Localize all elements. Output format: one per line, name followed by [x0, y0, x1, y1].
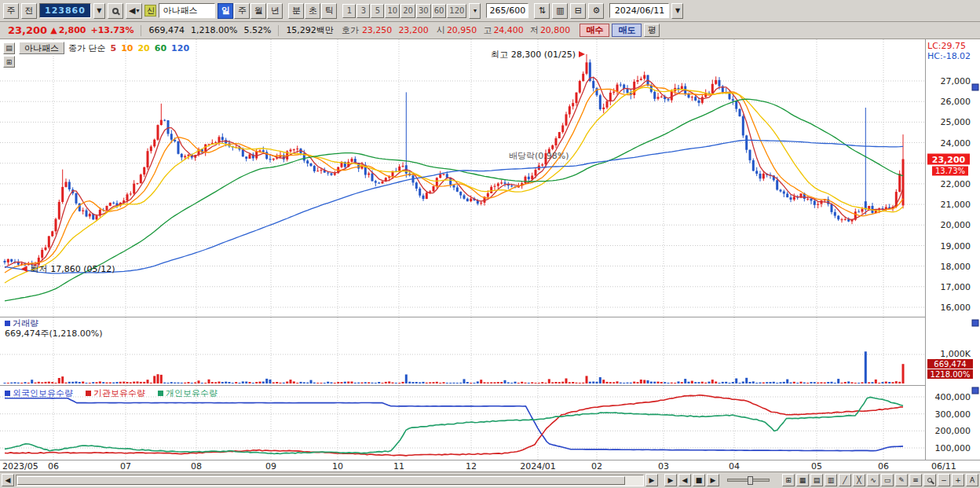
minute-option-20[interactable]: 20	[400, 4, 415, 18]
svg-text:22,000: 22,000	[941, 179, 971, 189]
volume-legend-icon	[5, 321, 10, 326]
current-price: 23,200	[8, 24, 47, 36]
scrollbar-thumb[interactable]	[17, 476, 625, 485]
code-dropdown-button[interactable]: ▼	[93, 3, 105, 19]
minute-option-3[interactable]: 3	[357, 4, 370, 18]
period-tab-month[interactable]: 월	[250, 3, 266, 19]
legend-square-icon	[158, 391, 163, 396]
volume-ratio: 1,218.00%	[191, 25, 237, 35]
change-arrow-icon: ▲	[50, 25, 57, 35]
ma20-label: 20	[137, 43, 149, 53]
period-tab-year[interactable]: 년	[267, 3, 283, 19]
main-toolbar: 주 전 123860 ▼ ◀▾ 신 아나패스 일주월년 분초틱 13510203…	[0, 0, 980, 22]
minute-tabs: 13510203060120	[342, 4, 466, 18]
ask-price: 23,250	[362, 25, 393, 35]
minute-option-60[interactable]: 60	[432, 4, 447, 18]
bar-style-icon[interactable]: ▥	[825, 474, 837, 486]
svg-text:10: 10	[332, 461, 343, 471]
hc-value: HC:-18.02	[927, 51, 971, 61]
svg-text:669,474: 669,474	[934, 360, 966, 369]
chart-step-forward-button[interactable]: ▶	[707, 474, 719, 486]
chart-step-back-button[interactable]: ◀	[678, 474, 691, 486]
chart-menu-icon[interactable]: ▤	[3, 42, 15, 54]
chart-stop-button[interactable]: ■	[693, 474, 705, 486]
auto-scale-button[interactable]: A	[966, 474, 978, 486]
chart-tool-button[interactable]: ⊞	[3, 56, 15, 68]
avg-button[interactable]: 평	[644, 24, 660, 37]
prev-stock-button[interactable]: ◀▾	[126, 3, 142, 19]
date-dropdown-button[interactable]: ▼	[671, 3, 683, 19]
search-button[interactable]	[108, 3, 123, 19]
chart-play-button[interactable]: ▶	[664, 474, 677, 486]
turnover-ratio: 5.52%	[243, 25, 271, 35]
buy-button[interactable]: 매수	[580, 24, 609, 37]
volume-title: 거래량	[13, 318, 38, 328]
updown-arrows-button[interactable]: ⇅	[534, 3, 550, 19]
period-tab-day[interactable]: 일	[218, 3, 233, 19]
minute-option-5[interactable]: 5	[371, 4, 384, 18]
chart-tool-buttons: ⊞▦▤▥╱╳∿▭✎≡	[782, 474, 922, 486]
window-split-button[interactable]: ⊟	[570, 3, 586, 19]
zoom-slider[interactable]	[727, 479, 770, 482]
low-price: 20,800	[540, 25, 571, 35]
holdings-legend-item-1: 기관보유수량	[86, 387, 145, 399]
chart-style-button[interactable]: ▥	[552, 3, 568, 19]
svg-text:배당락(0.98%): 배당락(0.98%)	[509, 151, 569, 161]
open-label: 시	[437, 24, 445, 36]
zoom-search-button[interactable]	[923, 474, 936, 486]
cross-tool-icon[interactable]: ╳	[853, 474, 865, 486]
sell-button[interactable]: 매도	[612, 24, 642, 37]
list-tool-icon[interactable]: ≡	[909, 474, 922, 486]
volume-header: 거래량 669,474주(1,218.00%)	[5, 318, 103, 339]
zoom-in-button[interactable]: +	[952, 474, 964, 486]
period-tab-week[interactable]: 주	[234, 3, 250, 19]
low-label: 저	[530, 24, 539, 36]
ma5-label: 5	[111, 43, 117, 53]
area-style-icon[interactable]: ▤	[810, 474, 823, 486]
svg-text:24,000: 24,000	[941, 138, 971, 149]
chart-canvas[interactable]: 27,00026,00025,00024,00022,00021,00020,0…	[0, 39, 980, 471]
trendline-tool-icon[interactable]: ╱	[839, 474, 851, 486]
draw-tool-icon[interactable]: ✎	[895, 474, 908, 486]
stock-code-input[interactable]: 123860	[39, 3, 91, 18]
chart-scrollbar[interactable]	[16, 475, 644, 486]
svg-text:08: 08	[191, 461, 202, 471]
open-price: 20,950	[447, 25, 477, 35]
stock-mode-button[interactable]: 주	[3, 3, 19, 19]
minute-option-10[interactable]: 10	[385, 4, 400, 18]
scroll-right-button[interactable]: ▶	[645, 474, 658, 486]
volume-detail: 669,474주(1,218.00%)	[5, 328, 103, 339]
scroll-left-button[interactable]: ◀	[2, 474, 14, 486]
holdings-legend: 외국인보유수량기관보유수량개인보유수량	[5, 387, 218, 399]
minute-option-30[interactable]: 30	[416, 4, 431, 18]
minute-option-120[interactable]: 120	[447, 4, 466, 18]
svg-text:100,000: 100,000	[935, 443, 971, 453]
wave-tool-icon[interactable]: ∿	[867, 474, 879, 486]
tab-minute[interactable]: 분	[288, 3, 304, 19]
zoom-slider-thumb[interactable]	[748, 476, 753, 485]
layout-tool-icon[interactable]: ▦	[796, 474, 809, 486]
tick-tabs: 분초틱	[288, 3, 337, 19]
ma-legend-label: 종가 단순	[68, 42, 106, 54]
holdings-legend-label: 개인보유수량	[166, 387, 218, 399]
svg-text:26,000: 26,000	[941, 97, 971, 107]
minute-option-1[interactable]: 1	[342, 4, 356, 18]
tab-second[interactable]: 초	[305, 3, 320, 19]
change-value: 2,800	[59, 25, 86, 35]
svg-text:20,000: 20,000	[941, 220, 971, 230]
high-label: 고	[483, 24, 492, 36]
rect-tool-icon[interactable]: ▭	[881, 474, 894, 486]
svg-text:02: 02	[591, 461, 602, 471]
zoom-out-button[interactable]: −	[938, 474, 950, 486]
svg-text:300,000: 300,000	[935, 409, 971, 420]
date-field[interactable]: 2024/06/11	[609, 3, 669, 18]
all-mode-button[interactable]: 전	[21, 3, 37, 19]
minute-dropdown-button[interactable]: ▾	[469, 3, 481, 19]
stock-name-field[interactable]: 아나패스	[159, 3, 215, 18]
svg-text:09: 09	[265, 461, 276, 471]
tab-tick[interactable]: 틱	[321, 3, 337, 19]
grid-tool-icon[interactable]: ⊞	[782, 474, 795, 486]
settings-button[interactable]: ⚙	[588, 3, 604, 19]
legend-square-icon	[86, 391, 91, 396]
ma120-label: 120	[171, 43, 189, 53]
